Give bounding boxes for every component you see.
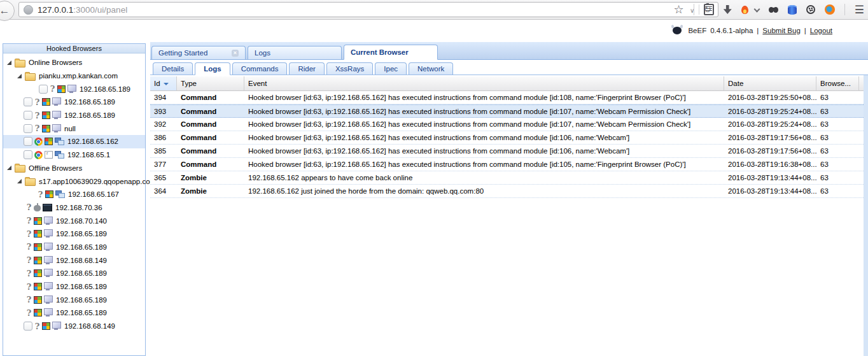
log-row-385[interactable]: 385CommandHooked browser [id:63, ip:192.… bbox=[150, 145, 864, 158]
tree-host-192-168-65-189[interactable]: 192.168.65.189 bbox=[3, 82, 145, 96]
column-header-browse[interactable]: Browse... bbox=[816, 76, 859, 90]
windows-icon bbox=[42, 125, 50, 132]
tree-folder-pianku-xmp-kankan-com[interactable]: pianku.xmp.kankan.com bbox=[3, 69, 145, 83]
subtab-rider[interactable]: Rider bbox=[289, 62, 324, 75]
tree-host-192-168-65-189[interactable]: 192.168.65.189 bbox=[3, 109, 145, 122]
tab-current-browser[interactable]: Current Browser bbox=[344, 45, 438, 60]
checkbox-icon[interactable] bbox=[24, 150, 32, 159]
addon-flame-icon[interactable] bbox=[741, 6, 748, 14]
tree-label: 192.168.65.189 bbox=[55, 243, 107, 251]
log-row-365[interactable]: 365Zombie192.168.65.162 appears to have … bbox=[150, 171, 864, 185]
checkbox-icon[interactable] bbox=[24, 137, 32, 146]
download-icon[interactable] bbox=[724, 5, 732, 14]
tree-host-192-168-65-167[interactable]: 192.168.65.167 bbox=[3, 188, 145, 201]
submit-bug-link[interactable]: Submit Bug bbox=[762, 27, 800, 34]
expand-arrow-icon[interactable] bbox=[7, 166, 11, 170]
separator-icon bbox=[844, 4, 845, 15]
tree-label: 192.168.65.189 bbox=[55, 269, 107, 277]
mask-icon[interactable] bbox=[769, 7, 774, 13]
cell-type: Command bbox=[177, 105, 244, 117]
tree-host-192-168-68-149[interactable]: 192.168.68.149 bbox=[3, 253, 145, 267]
tab-logs[interactable]: Logs bbox=[248, 46, 342, 59]
tree-host-192-168-65-189[interactable]: 192.168.65.189 bbox=[3, 280, 145, 294]
expand-arrow-icon[interactable] bbox=[17, 74, 22, 78]
monitor-icon bbox=[44, 243, 53, 250]
database-icon[interactable] bbox=[788, 5, 797, 15]
column-header-id[interactable]: Id bbox=[150, 76, 177, 90]
tree-host-192-168-65-189[interactable]: 192.168.65.189 bbox=[3, 267, 145, 280]
hooked-browsers-tree: Online Browserspianku.xmp.kankan.com192.… bbox=[3, 53, 145, 332]
subtab-commands[interactable]: Commands bbox=[232, 62, 288, 75]
tree-host-192-168-68-149[interactable]: 192.168.68.149 bbox=[3, 320, 145, 333]
column-header-date[interactable]: Date bbox=[724, 76, 816, 90]
question-icon bbox=[26, 269, 32, 278]
expand-arrow-icon[interactable] bbox=[17, 179, 22, 183]
menu-icon[interactable] bbox=[855, 4, 864, 15]
tab-getting-started[interactable]: Getting Started bbox=[151, 46, 246, 59]
subtab-ipec[interactable]: Ipec bbox=[375, 62, 407, 75]
subtab-details[interactable]: Details bbox=[153, 62, 193, 75]
subtab-network[interactable]: Network bbox=[409, 62, 453, 75]
url-bar[interactable]: 127.0.0.1 :3000/ui/panel bbox=[18, 2, 718, 17]
firefox-icon[interactable] bbox=[825, 4, 835, 15]
windows-icon bbox=[42, 111, 50, 119]
expand-arrow-icon[interactable] bbox=[7, 61, 11, 65]
checkbox-icon[interactable] bbox=[39, 85, 48, 94]
checkbox-icon[interactable] bbox=[24, 124, 32, 133]
tree-host-192-168-65-162[interactable]: 192.168.65.162 bbox=[3, 135, 145, 148]
checkbox-icon[interactable] bbox=[24, 111, 32, 120]
tree-host-null[interactable]: null bbox=[3, 122, 145, 135]
tree-host-192-168-65-189[interactable]: 192.168.65.189 bbox=[3, 96, 145, 109]
checkbox-icon[interactable] bbox=[24, 322, 32, 331]
tree-host-192-168-65-189[interactable]: 192.168.65.189 bbox=[3, 241, 145, 254]
tab-close-icon[interactable] bbox=[232, 50, 239, 57]
column-label: Event bbox=[248, 80, 267, 87]
cell-date: 2016-03-28T19:17:56+08... bbox=[724, 131, 816, 144]
subtab-logs[interactable]: Logs bbox=[195, 62, 230, 76]
log-row-392[interactable]: 392CommandHooked browser [id:63, ip:192.… bbox=[150, 118, 864, 131]
column-header-type[interactable]: Type bbox=[177, 76, 244, 90]
beef-logo-icon bbox=[673, 27, 682, 34]
cell-browser: 63 bbox=[816, 185, 859, 197]
tree-label: 192.168.65.1 bbox=[66, 151, 110, 159]
subtab-xssrays[interactable]: XssRays bbox=[326, 62, 373, 75]
monitor-icon bbox=[52, 111, 61, 118]
tree-folder-offline-browsers[interactable]: Offline Browsers bbox=[3, 162, 145, 175]
tree-host-192-168-65-189[interactable]: 192.168.65.189 bbox=[3, 293, 145, 306]
monitor-icon bbox=[52, 322, 61, 329]
log-row-393[interactable]: 393CommandHooked browser [id:63, ip:192.… bbox=[150, 104, 864, 118]
log-row-364[interactable]: 364Zombie192.168.65.162 just joined the … bbox=[150, 185, 864, 198]
cell-id: 364 bbox=[150, 185, 177, 197]
tree-host-192-168-70-140[interactable]: 192.168.70.140 bbox=[3, 214, 145, 227]
tree-folder-s17-app100639029-qqopenapp-com[interactable]: s17.app100639029.qqopenapp.com bbox=[3, 174, 145, 188]
separator-icon bbox=[694, 4, 694, 15]
beef-header: BeEF 0.4.6.1-alpha | Submit Bug | Logout bbox=[673, 27, 832, 34]
back-button[interactable]: ← bbox=[0, 1, 15, 21]
tree-host-192-168-65-189[interactable]: 192.168.65.189 bbox=[3, 227, 145, 241]
chevron-down-sm-icon[interactable] bbox=[754, 7, 759, 12]
chrome-icon bbox=[34, 151, 43, 159]
cookie-icon[interactable] bbox=[806, 5, 815, 14]
log-row-394[interactable]: 394CommandHooked browser [id:63, ip:192.… bbox=[150, 91, 864, 104]
tree-label: 192.168.70.36 bbox=[54, 204, 102, 211]
subtab-label: Ipec bbox=[384, 65, 398, 73]
tab-label: Current Browser bbox=[351, 48, 409, 56]
bookmark-star-icon[interactable] bbox=[674, 4, 684, 15]
tree-host-192-168-65-189[interactable]: 192.168.65.189 bbox=[3, 306, 145, 320]
tree-label: null bbox=[63, 125, 76, 132]
tree-host-192-168-65-1[interactable]: 192.168.65.1 bbox=[3, 148, 145, 162]
tree-folder-online-browsers[interactable]: Online Browsers bbox=[3, 56, 145, 69]
question-icon bbox=[26, 229, 32, 239]
cell-browser: 63 bbox=[816, 91, 859, 104]
windows-icon bbox=[34, 296, 42, 304]
log-row-386[interactable]: 386CommandHooked browser [id:63, ip:192.… bbox=[150, 131, 864, 145]
cell-browser: 63 bbox=[816, 105, 859, 117]
subtab-label: Rider bbox=[298, 65, 315, 73]
reading-list-icon[interactable] bbox=[704, 4, 714, 15]
logout-link[interactable]: Logout bbox=[810, 27, 832, 34]
tree-host-192-168-70-36[interactable]: 192.168.70.36 bbox=[3, 201, 145, 215]
log-row-377[interactable]: 377CommandHooked browser [id:63, ip:192.… bbox=[150, 158, 864, 171]
column-header-event[interactable]: Event bbox=[244, 76, 724, 90]
checkbox-icon[interactable] bbox=[24, 97, 32, 106]
scrollbar-track[interactable] bbox=[864, 75, 868, 356]
